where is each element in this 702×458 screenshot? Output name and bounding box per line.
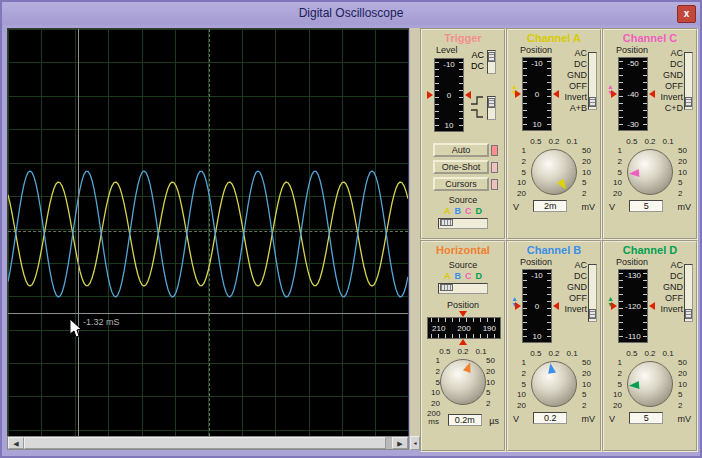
meter-marker-left-icon xyxy=(427,91,433,99)
gain-scale-left: 1251020 xyxy=(511,358,526,410)
channel-b-gain-knob[interactable] xyxy=(531,361,577,407)
measure-cursor-horizontal[interactable] xyxy=(8,313,408,314)
meter-scale-label: 210 xyxy=(432,324,445,333)
scale-label: 50 xyxy=(582,146,597,155)
source-channel-label: C xyxy=(465,271,472,281)
unit-millivolts-label: mV xyxy=(581,202,595,212)
scale-label: 5 xyxy=(582,178,597,187)
horizontal-position-meter[interactable]: 210 200 190 xyxy=(427,317,499,339)
measure-cursor-vertical[interactable] xyxy=(78,29,79,436)
trigger-coupling-switch[interactable] xyxy=(487,50,496,74)
channel-c-gain-knob[interactable] xyxy=(627,149,673,195)
scale-label: 5 xyxy=(607,168,622,177)
scale-label: 2 xyxy=(511,157,526,166)
scale-label: 50 xyxy=(678,146,693,155)
one-shot-button[interactable]: One-Shot xyxy=(433,160,489,174)
scale-label: 5 xyxy=(511,168,526,177)
close-button[interactable]: x xyxy=(677,5,696,23)
scale-label: 20 xyxy=(511,401,526,410)
channel-c-panel: Channel C Position ▲ ▼ -50 -40 -30 ACDCG… xyxy=(602,28,698,240)
scale-label: 20 xyxy=(678,369,693,378)
channel-a-coupling-switch[interactable] xyxy=(588,52,597,110)
gain-scale-left: 1251020 xyxy=(607,146,622,198)
coupling-option-label: Invert xyxy=(660,92,683,103)
scrollbar-thumb[interactable] xyxy=(24,437,386,449)
horizontal-source-switch[interactable] xyxy=(438,283,488,294)
scroll-right-icon[interactable]: ▶ xyxy=(392,437,408,449)
unit-volts-label: V xyxy=(609,414,615,424)
channel-b-position-meter[interactable]: -10 0 10 xyxy=(522,269,552,343)
scale-label: 0.1 xyxy=(663,349,674,358)
coupling-option-label: Invert xyxy=(564,92,587,103)
scale-label: 5 xyxy=(511,380,526,389)
source-channel-label: B xyxy=(455,206,462,216)
channel-d-gain-value: 5 xyxy=(629,412,663,424)
timebase-scale-left: 1251020 xyxy=(425,356,440,408)
meter-scale-label: 10 xyxy=(523,332,551,341)
scope-display[interactable]: -1.32 mS xyxy=(7,28,409,437)
coupling-option-label: AC xyxy=(564,48,587,59)
trace-channel-a-yellow xyxy=(8,182,408,286)
scale-label: 2 xyxy=(582,189,597,198)
source-channel-label: A xyxy=(444,206,451,216)
scale-label: 0.1 xyxy=(663,137,674,146)
channel-d-gain-knob[interactable] xyxy=(627,361,673,407)
scale-label: 10 xyxy=(678,168,693,177)
scroll-left-icon[interactable]: ◀ xyxy=(8,437,24,449)
scale-label: 2 xyxy=(678,401,693,410)
horizontal-scrollbar[interactable]: ◀ ▶ xyxy=(7,436,409,450)
meter-scale-label: -120 xyxy=(619,302,647,311)
coupling-option-label: AC xyxy=(660,48,683,59)
timebase-knob[interactable] xyxy=(440,359,486,405)
scale-label: 2 xyxy=(607,369,622,378)
meter-scale-label: -50 xyxy=(619,59,647,68)
channel-d-title: Channel D xyxy=(604,242,696,256)
meter-marker-right-icon xyxy=(649,302,655,310)
scale-label: 0.2 xyxy=(548,349,559,358)
waveform-traces xyxy=(8,29,408,436)
channel-c-gain-value: 5 xyxy=(629,200,663,212)
timebase-scale-right: 50201052 xyxy=(486,356,501,408)
channel-d-position-meter[interactable]: -130 -120 -110 xyxy=(618,269,648,343)
channel-b-coupling-switch[interactable] xyxy=(588,264,597,322)
mouse-pointer-icon xyxy=(70,319,83,338)
source-channel-label: D xyxy=(476,206,483,216)
scroll-corner-icon[interactable]: ◂ xyxy=(410,436,420,450)
trigger-level-meter[interactable]: -10 0 10 xyxy=(434,58,464,132)
meter-scale-label: -30 xyxy=(619,120,647,129)
source-channel-label: D xyxy=(476,271,483,281)
coupling-option-label: C+D xyxy=(660,103,683,114)
cursor-readout: -1.32 mS xyxy=(83,317,120,327)
coupling-option-label: GND xyxy=(660,282,683,293)
unit-ms-label: ms xyxy=(428,418,439,426)
channel-a-gain-knob[interactable] xyxy=(531,149,577,195)
scale-label: 0.1 xyxy=(567,349,578,358)
scale-label: 1 xyxy=(511,146,526,155)
cursors-button[interactable]: Cursors xyxy=(433,177,489,191)
channel-a-panel: Channel A Position ▲ ▼ -10 0 10 ACDCGNDO… xyxy=(506,28,602,240)
coupling-option-label: DC xyxy=(564,271,587,282)
channel-c-coupling-switch[interactable] xyxy=(684,52,693,110)
scale-label: 5 xyxy=(582,390,597,399)
channel-c-position-meter[interactable]: -50 -40 -30 xyxy=(618,57,648,131)
level-label: Level xyxy=(436,45,458,55)
coupling-option-label: OFF xyxy=(564,293,587,304)
channel-d-coupling-switch[interactable] xyxy=(684,264,693,322)
coupling-option-label: GND xyxy=(564,282,587,293)
trigger-edge-switch[interactable] xyxy=(487,96,496,120)
scale-label: 5 xyxy=(486,388,501,397)
oscilloscope-window: Digital Oscilloscope x -1.32 mS ◀ ▶ ◂ Tr… xyxy=(0,0,702,458)
trigger-source-switch[interactable] xyxy=(438,218,488,229)
meter-scale-label: 0 xyxy=(523,90,551,99)
title-bar[interactable]: Digital Oscilloscope xyxy=(2,2,700,25)
meter-scale-label: -40 xyxy=(619,90,647,99)
auto-button[interactable]: Auto xyxy=(433,143,489,157)
control-panels: Trigger Level -10 0 10 AC DC xyxy=(420,28,698,453)
unit-millivolts-label: mV xyxy=(677,202,691,212)
coupling-option-label: OFF xyxy=(660,81,683,92)
meter-marker-left-icon xyxy=(611,90,617,98)
window-title: Digital Oscilloscope xyxy=(299,6,404,20)
channel-a-position-meter[interactable]: -10 0 10 xyxy=(522,57,552,131)
scale-label: 50 xyxy=(486,356,501,365)
coupling-option-label: Invert xyxy=(660,304,683,315)
